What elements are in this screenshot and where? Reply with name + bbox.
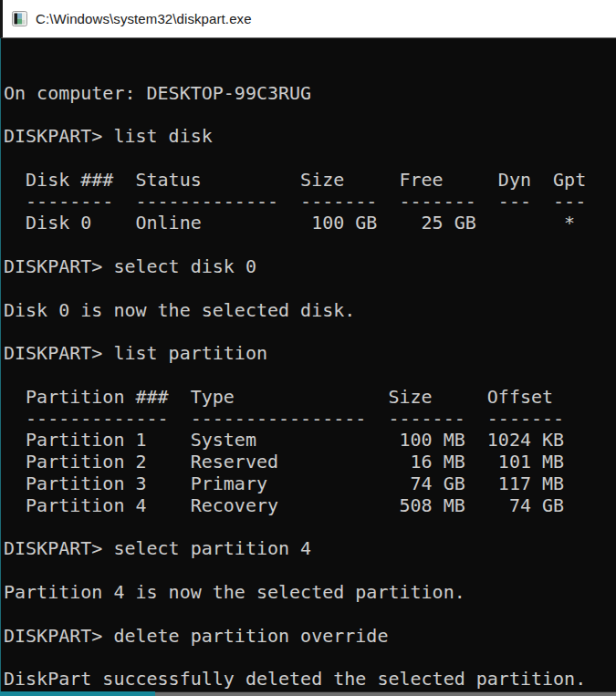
title-bar[interactable]: C:\Windows\system32\diskpart.exe xyxy=(0,0,616,38)
terminal-screen[interactable]: On computer: DESKTOP-99C3RUGDISKPART> li… xyxy=(0,38,616,691)
console-line xyxy=(4,560,616,582)
window-bottom-edge xyxy=(0,691,616,696)
console-line: Partition 4 is now the selected partitio… xyxy=(4,582,616,604)
console-line: ------------- ---------------- ------- -… xyxy=(4,409,616,431)
console-line: Disk ### Status Size Free Dyn Gpt xyxy=(4,170,616,192)
console-line xyxy=(4,604,616,626)
console-line xyxy=(4,321,616,343)
accent-border-segment xyxy=(0,691,155,696)
console-line: DISKPART> delete partition override xyxy=(4,626,616,648)
console-line: On computer: DESKTOP-99C3RUG xyxy=(4,83,616,105)
console-line xyxy=(4,517,616,539)
console-line: Disk 0 Online 100 GB 25 GB * xyxy=(4,213,616,234)
horizontal-scrollbar[interactable] xyxy=(155,691,616,696)
window-title: C:\Windows\system32\diskpart.exe xyxy=(36,11,252,26)
console-line: Disk 0 is now the selected disk. xyxy=(4,300,616,322)
console-line: DISKPART> select disk 0 xyxy=(4,256,616,278)
console-line xyxy=(4,647,616,669)
diskpart-window: C:\Windows\system32\diskpart.exe On comp… xyxy=(0,0,616,696)
console-line xyxy=(4,104,616,126)
console-line: Partition 2 Reserved 16 MB 101 MB xyxy=(4,452,616,473)
console-line: DISKPART> list partition xyxy=(4,343,616,365)
console-output: On computer: DESKTOP-99C3RUGDISKPART> li… xyxy=(4,83,616,691)
console-line: Partition 4 Recovery 508 MB 74 GB xyxy=(4,495,616,517)
console-line xyxy=(4,148,616,170)
console-line: Partition ### Type Size Offset xyxy=(4,387,616,409)
diskpart-console-icon[interactable] xyxy=(12,11,27,26)
console-line xyxy=(4,234,616,256)
console-line: Partition 3 Primary 74 GB 117 MB xyxy=(4,473,616,495)
console-line: DiskPart successfully deleted the select… xyxy=(4,669,616,691)
console-line xyxy=(4,365,616,387)
console-line: DISKPART> select partition 4 xyxy=(4,538,616,560)
console-line: Partition 1 System 100 MB 1024 KB xyxy=(4,430,616,452)
console-line: DISKPART> list disk xyxy=(4,126,616,148)
console-line xyxy=(4,278,616,300)
console-line: -------- ------------- ------- ------- -… xyxy=(4,192,616,213)
